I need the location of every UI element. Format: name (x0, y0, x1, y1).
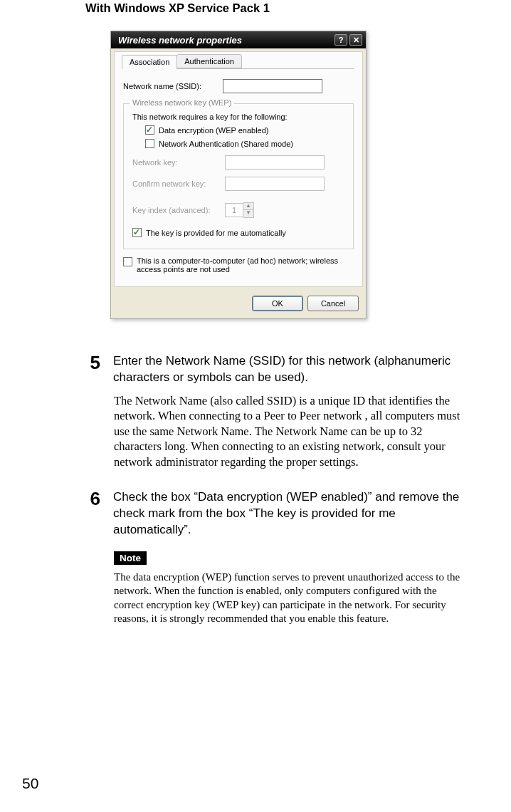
checkbox-adhoc-label: This is a computer-to-computer (ad hoc) … (137, 256, 354, 274)
checkbox-adhoc[interactable] (123, 257, 132, 266)
page-number: 50 (22, 775, 38, 792)
checkbox-auto-key[interactable] (132, 228, 142, 237)
step-6-number: 6 (88, 489, 100, 538)
checkbox-data-encryption-label: Data encryption (WEP enabled) (159, 126, 269, 135)
dialog-title: Wireless network properties (118, 35, 242, 46)
row-ssid: Network name (SSID): (123, 79, 354, 93)
network-key-label: Network key: (132, 158, 218, 167)
fieldset-wep-legend: Wireless network key (WEP) (130, 98, 234, 107)
step-5-body: The Network Name (also called SSID) is a… (114, 393, 468, 469)
network-key-input[interactable] (225, 155, 325, 170)
confirm-key-label: Confirm network key: (132, 179, 218, 188)
step-6-title: Check the box “Data encryption (WEP enab… (113, 489, 468, 538)
fieldset-wep: Wireless network key (WEP) This network … (123, 103, 354, 249)
key-index-value[interactable]: 1 (225, 203, 243, 217)
tab-association[interactable]: Association (122, 55, 177, 69)
close-button[interactable]: ✕ (349, 34, 362, 46)
row-chk-adhoc: This is a computer-to-computer (ad hoc) … (123, 256, 354, 274)
section-heading: With Windows XP Service Pack 1 (85, 1, 475, 15)
wep-requires-text: This network requires a key for the foll… (132, 113, 344, 121)
confirm-key-input[interactable] (225, 177, 325, 191)
spin-down-icon[interactable]: ▼ (243, 210, 253, 217)
step-5-number: 5 (88, 353, 100, 386)
help-button[interactable]: ? (334, 34, 347, 46)
checkbox-network-auth[interactable] (145, 139, 154, 148)
tab-authentication[interactable]: Authentication (177, 54, 242, 68)
ok-button[interactable]: OK (252, 296, 303, 311)
dialog-body: Association Authentication Network name … (114, 51, 363, 287)
row-chk-auto-key: The key is provided for me automatically (132, 228, 344, 237)
checkbox-data-encryption[interactable] (145, 125, 154, 135)
checkbox-network-auth-label: Network Authentication (Shared mode) (159, 140, 293, 148)
dialog-footer: OK Cancel (111, 290, 366, 318)
step-6-note-body: The data encryption (WEP) function serve… (114, 571, 468, 626)
key-index-label: Key index (advanced): (132, 206, 218, 214)
row-key-index: Key index (advanced): 1 ▲ ▼ (132, 202, 344, 218)
dialog-titlebar: Wireless network properties ? ✕ (111, 31, 366, 48)
row-network-key: Network key: (132, 155, 344, 170)
checkbox-auto-key-label: The key is provided for me automatically (146, 229, 286, 237)
dialog-wireless-properties: Wireless network properties ? ✕ Associat… (110, 31, 367, 319)
note-badge: Note (114, 551, 147, 565)
ssid-label: Network name (SSID): (123, 82, 216, 90)
tabs-row: Association Authentication (122, 51, 354, 69)
step-5-title: Enter the Network Name (SSID) for this n… (113, 353, 468, 386)
cancel-button[interactable]: Cancel (307, 296, 359, 311)
step-6: 6 Check the box “Data encryption (WEP en… (88, 489, 475, 626)
row-chk-net-auth: Network Authentication (Shared mode) (145, 139, 344, 148)
row-chk-data-enc: Data encryption (WEP enabled) (145, 125, 344, 135)
key-index-spinner[interactable]: 1 ▲ ▼ (225, 202, 254, 218)
row-confirm-key: Confirm network key: (132, 177, 344, 191)
step-5: 5 Enter the Network Name (SSID) for this… (88, 353, 475, 469)
ssid-input[interactable] (223, 79, 322, 93)
